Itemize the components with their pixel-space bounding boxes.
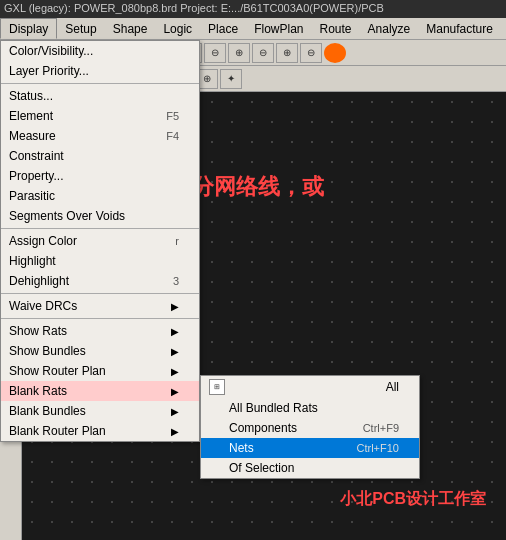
menu-place[interactable]: Place xyxy=(200,18,246,39)
menu-item-blank-router-plan[interactable]: Blank Router Plan ▶ xyxy=(1,421,199,441)
menu-manufacture[interactable]: Manufacture xyxy=(418,18,501,39)
arrow-waive-drcs: ▶ xyxy=(171,301,179,312)
arrow-blank-bundles: ▶ xyxy=(171,406,179,417)
menu-shape[interactable]: Shape xyxy=(105,18,156,39)
title-text: GXL (legacy): POWER_080bp8.brd Project: … xyxy=(4,2,384,14)
menu-logic[interactable]: Logic xyxy=(155,18,200,39)
menu-item-blank-rats[interactable]: Blank Rats ▶ xyxy=(1,381,199,401)
arrow-show-bundles: ▶ xyxy=(171,346,179,357)
menu-flowplan[interactable]: FlowPlan xyxy=(246,18,311,39)
menu-item-dehighlight[interactable]: Dehighlight 3 xyxy=(1,271,199,291)
toolbar-btn-11[interactable]: ⊖ xyxy=(252,43,274,63)
blank-rats-submenu: ⊞ All All Bundled Rats Components Ctrl+F… xyxy=(200,375,420,479)
menu-item-show-router-plan[interactable]: Show Router Plan ▶ xyxy=(1,361,199,381)
toolbar-btn-9[interactable]: ⊖ xyxy=(204,43,226,63)
menu-analyze[interactable]: Analyze xyxy=(360,18,419,39)
toolbar-btn-14[interactable] xyxy=(324,43,346,63)
menu-item-layer-priority[interactable]: Layer Priority... xyxy=(1,61,199,81)
menu-route[interactable]: Route xyxy=(312,18,360,39)
sep-menu-4 xyxy=(1,318,199,319)
all-icon: ⊞ xyxy=(209,379,225,395)
toolbar-btn-12[interactable]: ⊕ xyxy=(276,43,298,63)
menu-display[interactable]: Display xyxy=(0,18,57,39)
arrow-blank-router-plan: ▶ xyxy=(171,426,179,437)
arrow-show-router-plan: ▶ xyxy=(171,366,179,377)
submenu-item-all-bundled[interactable]: All Bundled Rats xyxy=(201,398,419,418)
menu-item-property[interactable]: Property... xyxy=(1,166,199,186)
menu-item-show-rats[interactable]: Show Rats ▶ xyxy=(1,321,199,341)
shortcut-measure: F4 xyxy=(166,130,179,142)
menu-item-constraint[interactable]: Constraint xyxy=(1,146,199,166)
menu-item-parasitic[interactable]: Parasitic xyxy=(1,186,199,206)
toolbar-btn-13[interactable]: ⊖ xyxy=(300,43,322,63)
shortcut-nets: Ctrl+F10 xyxy=(357,442,400,454)
submenu-item-all[interactable]: ⊞ All xyxy=(201,376,419,398)
arrow-show-rats: ▶ xyxy=(171,326,179,337)
submenu-item-nets[interactable]: Nets Ctrl+F10 xyxy=(201,438,419,458)
menu-item-waive-drcs[interactable]: Waive DRCs ▶ xyxy=(1,296,199,316)
shortcut-element: F5 xyxy=(166,110,179,122)
menu-item-color-visibility[interactable]: Color/Visibility... xyxy=(1,41,199,61)
menu-item-highlight[interactable]: Highlight xyxy=(1,251,199,271)
shortcut-dehighlight: 3 xyxy=(173,275,179,287)
arrow-blank-rats: ▶ xyxy=(171,386,179,397)
menu-item-blank-bundles[interactable]: Blank Bundles ▶ xyxy=(1,401,199,421)
menu-item-assign-color[interactable]: Assign Color r xyxy=(1,231,199,251)
title-bar: GXL (legacy): POWER_080bp8.brd Project: … xyxy=(0,0,506,18)
menu-item-status[interactable]: Status... xyxy=(1,86,199,106)
submenu-item-of-selection[interactable]: Of Selection xyxy=(201,458,419,478)
sep-menu-3 xyxy=(1,293,199,294)
submenu-item-components[interactable]: Components Ctrl+F9 xyxy=(201,418,419,438)
sep-menu-2 xyxy=(1,228,199,229)
menu-item-element[interactable]: Element F5 xyxy=(1,106,199,126)
canvas-annotation-2: 小北PCB设计工作室 xyxy=(340,489,486,510)
sep-menu-1 xyxy=(1,83,199,84)
toolbar-btn-10[interactable]: ⊕ xyxy=(228,43,250,63)
display-dropdown: Color/Visibility... Layer Priority... St… xyxy=(0,40,200,442)
menu-bar: Display Setup Shape Logic Place FlowPlan… xyxy=(0,18,506,40)
shortcut-components: Ctrl+F9 xyxy=(363,422,399,434)
menu-item-show-bundles[interactable]: Show Bundles ▶ xyxy=(1,341,199,361)
shortcut-assign-color: r xyxy=(175,235,179,247)
menu-setup[interactable]: Setup xyxy=(57,18,104,39)
menu-item-segments[interactable]: Segments Over Voids xyxy=(1,206,199,226)
toolbar-btn-t10[interactable]: ✦ xyxy=(220,69,242,89)
menu-item-measure[interactable]: Measure F4 xyxy=(1,126,199,146)
